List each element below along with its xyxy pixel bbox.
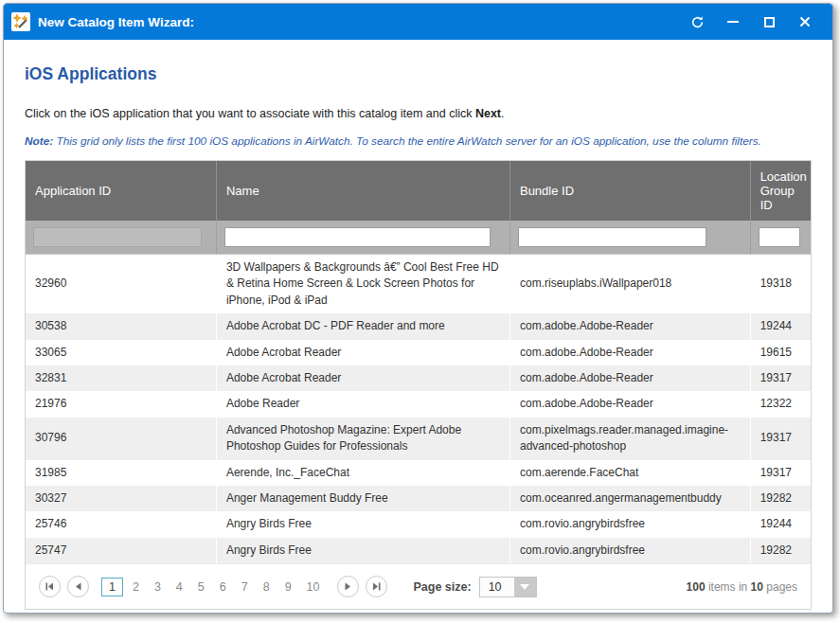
page-number[interactable]: 2	[127, 578, 145, 596]
cell-location-group-id: 19282	[750, 538, 811, 563]
cell-application-id: 21976	[26, 391, 216, 417]
pages-count: 10	[751, 580, 763, 594]
note-body: This grid only lists the first 100 iOS a…	[53, 134, 761, 148]
cell-location-group-id: 19317	[750, 418, 811, 460]
cell-application-id: 31985	[26, 460, 216, 486]
column-header-location-group-id[interactable]: Location Group ID	[750, 161, 811, 221]
filter-location-group-id-input[interactable]	[759, 227, 800, 247]
cell-location-group-id: 12322	[750, 391, 811, 417]
first-page-button[interactable]	[39, 576, 61, 597]
applications-table: Application ID Name Bundle ID Location G…	[26, 161, 811, 563]
table-row[interactable]: 329603D Wallpapers & Backgrounds â€” Coo…	[26, 255, 811, 314]
table-row[interactable]: 30327Anger Management Buddy Freecom.ocea…	[26, 486, 811, 511]
filter-name-input[interactable]	[224, 227, 491, 247]
table-row[interactable]: 30538Adobe Acrobat DC - PDF Reader and m…	[26, 313, 811, 339]
window-controls	[688, 13, 813, 30]
cell-location-group-id: 19244	[750, 313, 811, 339]
cell-application-id: 33065	[26, 340, 216, 365]
table-row[interactable]: 32831Adobe Acrobat Readercom.adobe.Adobe…	[26, 365, 811, 391]
page-size-value: 10	[480, 578, 514, 596]
minimize-icon[interactable]	[724, 13, 742, 30]
cell-location-group-id: 19317	[750, 460, 811, 486]
page-number[interactable]: 7	[236, 578, 254, 596]
summary-suffix-text: pages	[763, 580, 797, 594]
page-number[interactable]: 5	[192, 578, 210, 596]
last-page-button[interactable]	[366, 576, 387, 597]
page-numbers: 12345678910	[99, 578, 327, 596]
maximize-icon[interactable]	[760, 13, 777, 30]
titlebar: New Catalog Item Wizard:	[4, 4, 832, 40]
page-title: iOS Applications	[25, 64, 812, 84]
filter-bundle-id-input[interactable]	[518, 227, 706, 247]
wizard-app-icon	[11, 12, 30, 31]
cell-name: Anger Management Buddy Free	[216, 486, 509, 511]
cell-location-group-id: 19317	[750, 365, 811, 391]
page-number[interactable]: 6	[214, 578, 232, 596]
pager-summary: 100 items in 10 pages	[687, 580, 797, 594]
column-header-application-id[interactable]: Application ID	[26, 161, 216, 221]
close-icon[interactable]	[796, 13, 813, 30]
cell-name: Adobe Acrobat Reader	[216, 365, 509, 391]
column-header-name[interactable]: Name	[216, 161, 509, 221]
page-number[interactable]: 9	[279, 578, 297, 596]
cell-application-id: 32960	[26, 255, 216, 314]
table-row[interactable]: 30796Advanced Photoshop Magazine: Expert…	[26, 418, 811, 460]
cell-bundle-id: com.oceanred.angermanagementbuddy	[509, 486, 750, 511]
cell-name: Advanced Photoshop Magazine: Expert Adob…	[216, 418, 509, 460]
instruction-body: Click on the iOS application that you wa…	[25, 107, 475, 120]
table-row[interactable]: 25746Angry Birds Freecom.rovio.angrybird…	[26, 511, 811, 537]
items-count: 100	[687, 580, 706, 594]
cell-bundle-id: com.adobe.Adobe-Reader	[509, 313, 750, 339]
page-number[interactable]: 3	[149, 578, 167, 596]
cell-bundle-id: com.aerende.FaceChat	[509, 460, 750, 486]
note-text: Note: This grid only lists the first 100…	[25, 134, 812, 148]
cell-application-id: 25746	[26, 511, 216, 537]
page-number-current[interactable]: 1	[101, 578, 123, 596]
page-size-dropdown[interactable]: 10	[479, 577, 537, 597]
table-header-row: Application ID Name Bundle ID Location G…	[26, 161, 811, 221]
page-number[interactable]: 10	[301, 578, 326, 596]
cell-bundle-id: com.rovio.angrybirdsfree	[509, 511, 750, 537]
summary-mid-text: items in	[706, 580, 751, 594]
table-row[interactable]: 21976Adobe Readercom.adobe.Adobe-Reader1…	[26, 391, 811, 417]
cell-application-id: 30327	[26, 486, 216, 511]
chevron-down-icon[interactable]	[514, 578, 536, 596]
cell-application-id: 30796	[26, 418, 216, 460]
cell-application-id: 30538	[26, 313, 216, 339]
instruction-period: .	[501, 107, 504, 120]
filter-row	[26, 221, 811, 255]
cell-location-group-id: 19282	[750, 486, 811, 511]
page-size-label: Page size:	[413, 580, 471, 594]
applications-grid: Application ID Name Bundle ID Location G…	[25, 160, 812, 610]
table-row[interactable]: 31985Aerende, Inc._FaceChatcom.aerende.F…	[26, 460, 811, 486]
previous-page-button[interactable]	[67, 576, 89, 597]
table-body: 329603D Wallpapers & Backgrounds â€” Coo…	[26, 255, 811, 564]
instruction-next-keyword: Next	[475, 107, 501, 120]
cell-location-group-id: 19318	[750, 255, 811, 314]
column-header-bundle-id[interactable]: Bundle ID	[509, 161, 750, 221]
cell-name: Adobe Acrobat DC - PDF Reader and more	[216, 313, 509, 339]
page-number[interactable]: 4	[170, 578, 188, 596]
cell-name: Angry Birds Free	[216, 538, 509, 563]
cell-name: Angry Birds Free	[216, 511, 509, 537]
cell-name: 3D Wallpapers & Backgrounds â€” Cool Bes…	[216, 255, 509, 314]
pager: 12345678910 Page size: 10 100 items in 1…	[26, 563, 811, 609]
filter-application-id-input[interactable]	[33, 227, 202, 247]
cell-bundle-id: com.rovio.angrybirdsfree	[509, 538, 750, 563]
cell-bundle-id: com.adobe.Adobe-Reader	[509, 365, 750, 391]
refresh-icon[interactable]	[688, 13, 706, 30]
cell-name: Adobe Acrobat Reader	[216, 340, 509, 365]
cell-name: Adobe Reader	[216, 391, 509, 417]
table-row[interactable]: 33065Adobe Acrobat Readercom.adobe.Adobe…	[26, 340, 811, 365]
cell-bundle-id: com.riseuplabs.iWallpaper018	[509, 255, 750, 314]
cell-bundle-id: com.adobe.Adobe-Reader	[509, 340, 750, 365]
note-label: Note:	[25, 134, 53, 148]
page-number[interactable]: 8	[258, 578, 276, 596]
table-row[interactable]: 25747Angry Birds Freecom.rovio.angrybird…	[26, 538, 811, 563]
window-title: New Catalog Item Wizard:	[38, 15, 688, 29]
instruction-text: Click on the iOS application that you wa…	[25, 107, 812, 120]
page-size-group: Page size: 10	[413, 577, 536, 597]
cell-location-group-id: 19244	[750, 511, 811, 537]
cell-bundle-id: com.adobe.Adobe-Reader	[509, 391, 750, 417]
next-page-button[interactable]	[337, 576, 359, 597]
